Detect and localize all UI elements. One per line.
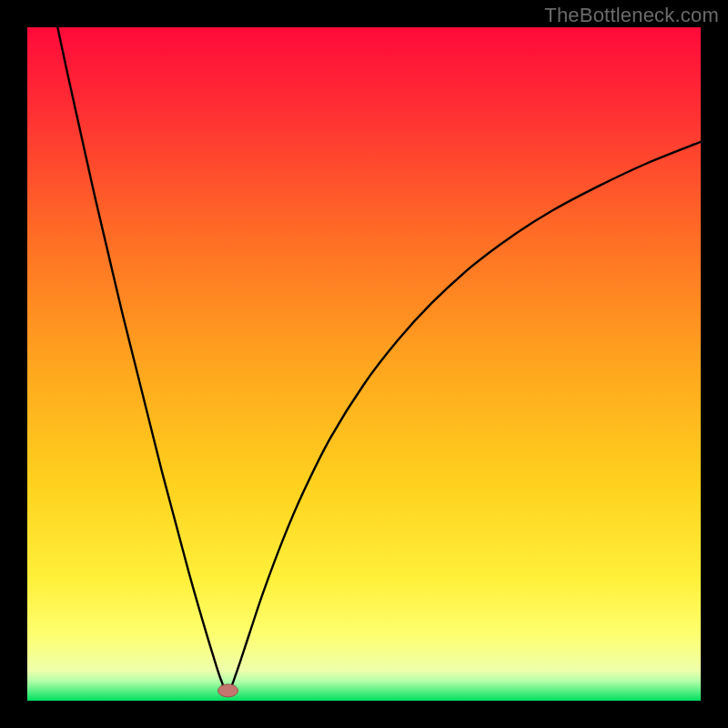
plot-gradient [27, 27, 701, 701]
minimum-marker [218, 684, 238, 697]
chart-frame: { "watermark": "TheBottleneck.com", "col… [0, 0, 728, 728]
bottleneck-chart [0, 0, 728, 728]
watermark-text: TheBottleneck.com [544, 4, 719, 27]
